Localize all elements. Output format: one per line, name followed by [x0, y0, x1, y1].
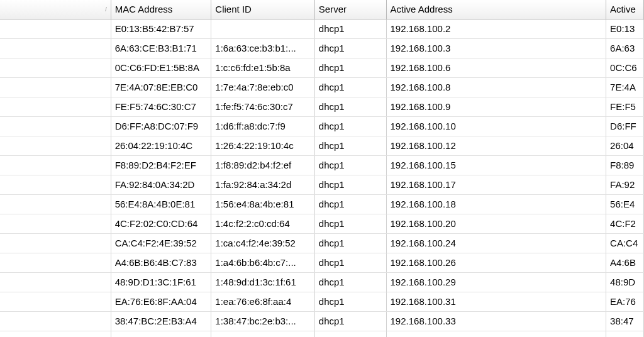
cell-server: dhcp1 [314, 117, 386, 136]
sort-indicator-icon: / [105, 2, 107, 17]
cell-active-address: 192.168.100.33 [386, 312, 606, 331]
table-row[interactable]: 56:E4:8A:4B:0E:811:56:e4:8a:4b:e:81dhcp1… [0, 195, 644, 214]
header-row: / MAC Address Client ID Server Active Ad… [0, 0, 644, 19]
cell-server: dhcp1 [314, 58, 386, 78]
cell-active-mac: 56:E4 [606, 195, 644, 214]
cell-client-id: 1:a4:6b:b6:4b:c7:... [211, 253, 314, 273]
cell-active-address: 192.168.100.9 [386, 97, 606, 117]
cell-mac-address: A4:6B:B6:4B:C7:83 [111, 253, 211, 273]
table-row[interactable]: E0:13:B5:42:B7:57dhcp1192.168.100.2E0:13 [0, 19, 644, 39]
cell-mac-address: 4A:69:1A:19:0D:AC [111, 331, 211, 338]
cell-client-id: 1:26:4:22:19:10:4c [211, 136, 314, 156]
cell-active-address: 192.168.100.6 [386, 58, 606, 78]
cell-mac-address: 0C:C6:FD:E1:5B:8A [111, 58, 211, 78]
cell-empty [0, 39, 111, 58]
cell-empty [0, 312, 111, 331]
cell-empty [0, 97, 111, 117]
column-header-active-mac[interactable]: Active [606, 0, 644, 19]
table-row[interactable]: A4:6B:B6:4B:C7:831:a4:6b:b6:4b:c7:...dhc… [0, 253, 644, 273]
cell-active-mac: 48:9D [606, 273, 644, 292]
cell-active-mac: 4A:69 [606, 331, 644, 338]
table-row[interactable]: 0C:C6:FD:E1:5B:8A1:c:c6:fd:e1:5b:8adhcp1… [0, 58, 644, 78]
cell-mac-address: 7E:4A:07:8E:EB:C0 [111, 78, 211, 97]
column-header-label: Client ID [215, 4, 252, 14]
table-row[interactable]: 6A:63:CE:B3:B1:711:6a:63:ce:b3:b1:...dhc… [0, 39, 644, 58]
cell-client-id: 1:ea:76:e6:8f:aa:4 [211, 292, 314, 312]
cell-server: dhcp1 [314, 292, 386, 312]
cell-active-mac: 38:47 [606, 312, 644, 331]
cell-active-mac: 6A:63 [606, 39, 644, 58]
cell-server: dhcp1 [314, 253, 386, 273]
cell-active-mac: 4C:F2 [606, 214, 644, 234]
cell-active-address: 192.168.100.29 [386, 273, 606, 292]
table-row[interactable]: D6:FF:A8:DC:07:F91:d6:ff:a8:dc:7:f9dhcp1… [0, 117, 644, 136]
column-header-active-address[interactable]: Active Address [386, 0, 606, 19]
cell-server: dhcp1 [314, 214, 386, 234]
column-header-label: Active Address [391, 4, 453, 14]
cell-mac-address: F8:89:D2:B4:F2:EF [111, 156, 211, 175]
cell-server: dhcp1 [314, 156, 386, 175]
cell-mac-address: E0:13:B5:42:B7:57 [111, 19, 211, 39]
cell-active-address: 192.168.100.15 [386, 156, 606, 175]
cell-active-mac: 7E:4A [606, 78, 644, 97]
cell-client-id: 1:7e:4a:7:8e:eb:c0 [211, 78, 314, 97]
cell-active-address: 192.168.100.31 [386, 292, 606, 312]
cell-empty [0, 214, 111, 234]
cell-empty [0, 175, 111, 195]
cell-active-mac: FE:F5 [606, 97, 644, 117]
cell-mac-address: 48:9D:D1:3C:1F:61 [111, 273, 211, 292]
table-row[interactable]: CA:C4:F2:4E:39:521:ca:c4:f2:4e:39:52dhcp… [0, 234, 644, 253]
cell-active-address: 192.168.100.20 [386, 214, 606, 234]
cell-empty [0, 78, 111, 97]
column-header-client-id[interactable]: Client ID [211, 0, 314, 19]
column-header-label: Server [319, 4, 347, 14]
cell-client-id: 1:4a:69:1a:19:d:ac [211, 331, 314, 338]
cell-client-id [211, 19, 314, 39]
table-row[interactable]: FE:F5:74:6C:30:C71:fe:f5:74:6c:30:c7dhcp… [0, 97, 644, 117]
cell-active-mac: 26:04 [606, 136, 644, 156]
table-row[interactable]: F8:89:D2:B4:F2:EF1:f8:89:d2:b4:f2:efdhcp… [0, 156, 644, 175]
cell-client-id: 1:d6:ff:a8:dc:7:f9 [211, 117, 314, 136]
cell-active-mac: EA:76 [606, 292, 644, 312]
cell-mac-address: 26:04:22:19:10:4C [111, 136, 211, 156]
table-row[interactable]: 4C:F2:02:C0:CD:641:4c:f2:2:c0:cd:64dhcp1… [0, 214, 644, 234]
cell-empty [0, 156, 111, 175]
cell-empty [0, 117, 111, 136]
cell-active-address: 192.168.100.2 [386, 19, 606, 39]
table-row[interactable]: 26:04:22:19:10:4C1:26:4:22:19:10:4cdhcp1… [0, 136, 644, 156]
cell-mac-address: 4C:F2:02:C0:CD:64 [111, 214, 211, 234]
column-header-label: Active [610, 4, 636, 14]
column-header-server[interactable]: Server [314, 0, 386, 19]
cell-empty [0, 253, 111, 273]
cell-empty [0, 234, 111, 253]
cell-server: dhcp1 [314, 273, 386, 292]
cell-server: dhcp1 [314, 19, 386, 39]
cell-server: dhcp1 [314, 136, 386, 156]
cell-active-address: 192.168.100.17 [386, 175, 606, 195]
table-row[interactable]: 48:9D:D1:3C:1F:611:48:9d:d1:3c:1f:61dhcp… [0, 273, 644, 292]
table-row[interactable]: 38:47:BC:2E:B3:A41:38:47:bc:2e:b3:...dhc… [0, 312, 644, 331]
cell-active-address: 192.168.100.3 [386, 39, 606, 58]
column-header-mac[interactable]: MAC Address [111, 0, 211, 19]
cell-mac-address: D6:FF:A8:DC:07:F9 [111, 117, 211, 136]
cell-active-address: 192.168.100.26 [386, 253, 606, 273]
cell-mac-address: FA:92:84:0A:34:2D [111, 175, 211, 195]
cell-server: dhcp1 [314, 39, 386, 58]
cell-client-id: 1:6a:63:ce:b3:b1:... [211, 39, 314, 58]
cell-client-id: 1:fe:f5:74:6c:30:c7 [211, 97, 314, 117]
cell-mac-address: FE:F5:74:6C:30:C7 [111, 97, 211, 117]
cell-client-id: 1:38:47:bc:2e:b3:... [211, 312, 314, 331]
table-row[interactable]: EA:76:E6:8F:AA:041:ea:76:e6:8f:aa:4dhcp1… [0, 292, 644, 312]
cell-active-address: 192.168.100.36 [386, 331, 606, 338]
column-header-empty[interactable]: / [0, 0, 111, 19]
cell-client-id: 1:4c:f2:2:c0:cd:64 [211, 214, 314, 234]
cell-active-mac: E0:13 [606, 19, 644, 39]
table-row[interactable]: 4A:69:1A:19:0D:AC1:4a:69:1a:19:d:acdhcp1… [0, 331, 644, 338]
table-row[interactable]: FA:92:84:0A:34:2D1:fa:92:84:a:34:2ddhcp1… [0, 175, 644, 195]
cell-mac-address: EA:76:E6:8F:AA:04 [111, 292, 211, 312]
cell-server: dhcp1 [314, 331, 386, 338]
cell-empty [0, 195, 111, 214]
table-row[interactable]: 7E:4A:07:8E:EB:C01:7e:4a:7:8e:eb:c0dhcp1… [0, 78, 644, 97]
cell-server: dhcp1 [314, 78, 386, 97]
cell-server: dhcp1 [314, 312, 386, 331]
